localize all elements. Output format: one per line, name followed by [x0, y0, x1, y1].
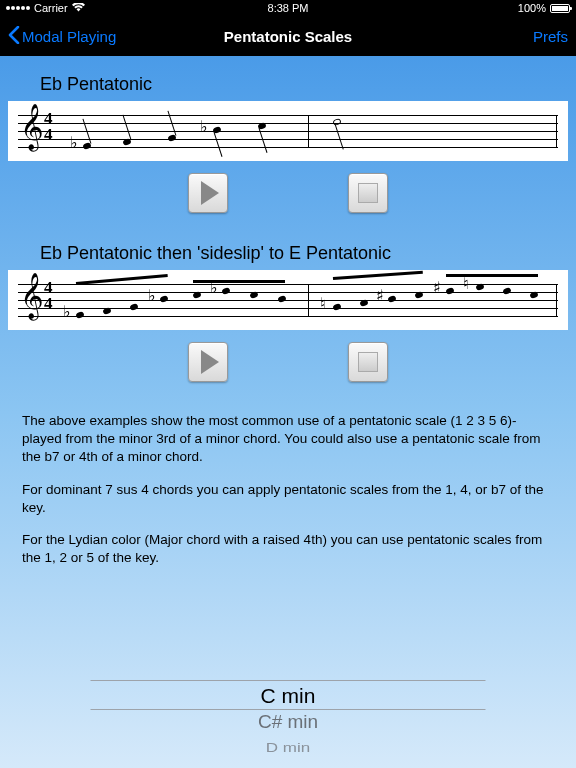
paragraph-2: For dominant 7 sus 4 chords you can appl…: [22, 481, 554, 517]
key-picker[interactable]: C min C# min D min Eb min: [0, 628, 576, 768]
staff-example-1: 𝄞 44 ♭ ♭: [8, 101, 568, 161]
content-area: Eb Pentatonic 𝄞 44 ♭ ♭ Eb Pentatonic the…: [0, 56, 576, 768]
staff-example-2: 𝄞 44 ♭ ♭ ♭ ♮ ♯ ♯ ♮: [8, 270, 568, 330]
stop-button-1[interactable]: [348, 173, 388, 213]
play-icon: [201, 350, 219, 374]
ios-status-bar: Carrier 8:38 PM 100%: [0, 0, 576, 16]
time-signature: 44: [44, 111, 53, 143]
page-title: Pentatonic Scales: [224, 28, 352, 45]
navigation-bar: Modal Playing Pentatonic Scales Prefs: [0, 16, 576, 56]
explanation-text: The above examples show the most common …: [0, 412, 576, 568]
signal-dots-icon: [6, 6, 30, 10]
carrier-label: Carrier: [34, 2, 68, 14]
battery-icon: [550, 4, 570, 13]
chevron-left-icon: [8, 26, 20, 47]
prefs-button[interactable]: Prefs: [533, 28, 568, 45]
picker-item[interactable]: D min: [266, 738, 310, 759]
back-button[interactable]: Modal Playing: [8, 26, 116, 47]
stop-button-2[interactable]: [348, 342, 388, 382]
time-signature: 44: [44, 280, 53, 312]
treble-clef-icon: 𝄞: [20, 276, 44, 316]
treble-clef-icon: 𝄞: [20, 107, 44, 147]
back-label: Modal Playing: [22, 28, 116, 45]
status-time: 8:38 PM: [268, 2, 309, 14]
wifi-icon: [72, 2, 85, 14]
paragraph-3: For the Lydian color (Major chord with a…: [22, 531, 554, 567]
play-icon: [201, 181, 219, 205]
stop-icon: [358, 352, 378, 372]
battery-percent: 100%: [518, 2, 546, 14]
stop-icon: [358, 183, 378, 203]
picker-item[interactable]: C# min: [258, 710, 318, 734]
section2-title: Eb Pentatonic then 'sideslip' to E Penta…: [40, 243, 576, 264]
section1-title: Eb Pentatonic: [40, 74, 576, 95]
paragraph-1: The above examples show the most common …: [22, 412, 554, 467]
picker-selected-item[interactable]: C min: [261, 683, 316, 709]
play-button-2[interactable]: [188, 342, 228, 382]
play-button-1[interactable]: [188, 173, 228, 213]
